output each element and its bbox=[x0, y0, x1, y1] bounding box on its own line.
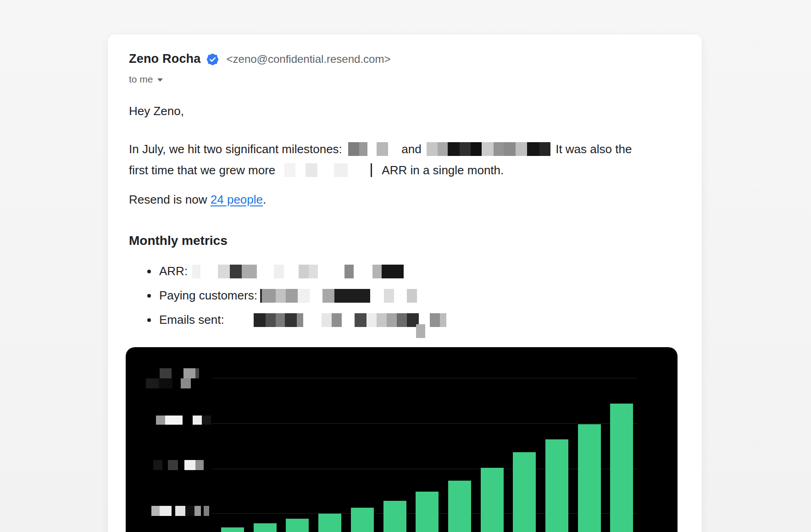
redaction-pixel-block bbox=[407, 289, 417, 303]
redaction-pixel-block bbox=[285, 313, 297, 327]
to-me-dropdown[interactable]: to me bbox=[129, 74, 163, 85]
chart-bar bbox=[383, 501, 406, 532]
paragraph-segment: and bbox=[401, 142, 421, 156]
chart-gridline bbox=[212, 469, 637, 469]
redaction-pixel-block bbox=[266, 313, 276, 327]
redaction-pixel-block bbox=[242, 265, 257, 278]
chart-bar bbox=[578, 424, 601, 532]
redaction-pixel-block bbox=[175, 506, 185, 516]
redaction-pixel-block bbox=[367, 313, 377, 327]
redaction-pixel-block bbox=[397, 313, 407, 327]
redaction-pixel-block bbox=[440, 313, 446, 327]
redaction-pixel-block bbox=[504, 142, 516, 156]
chart-gridline bbox=[212, 378, 637, 378]
redaction-pixel-block bbox=[438, 142, 448, 156]
chart-bar bbox=[545, 439, 568, 532]
redaction-pixel-block bbox=[334, 163, 348, 177]
redaction-pixel-block bbox=[359, 142, 367, 156]
paragraph-segment: first time that we grew more bbox=[129, 163, 275, 177]
redacted-text bbox=[427, 142, 550, 156]
redaction-pixel-block bbox=[274, 265, 284, 278]
redaction-pixel-block bbox=[153, 460, 162, 470]
paragraph-segment: ARR in a single month. bbox=[382, 163, 504, 177]
redaction-pixel-block bbox=[193, 416, 202, 425]
redaction-pixel-block bbox=[334, 289, 370, 303]
redaction-pixel-block bbox=[348, 142, 359, 156]
redaction-pixel-block bbox=[230, 265, 242, 278]
redacted-text bbox=[348, 142, 388, 156]
chart-bar bbox=[513, 452, 536, 532]
chart-bar bbox=[481, 468, 504, 532]
redaction-pixel-block bbox=[160, 506, 172, 516]
metric-item-arr: ARR: bbox=[129, 264, 633, 288]
chart-bar bbox=[221, 527, 244, 532]
redaction-pixel-block bbox=[183, 368, 195, 378]
redaction-pixel-block bbox=[254, 313, 266, 327]
redaction-pixel-block bbox=[371, 163, 372, 177]
email-header: Zeno Rocha <zeno@confidential.resend.com… bbox=[129, 52, 390, 66]
redaction-pixel-block bbox=[218, 265, 230, 278]
redaction-pixel-block bbox=[344, 265, 354, 278]
redaction-pixel-block bbox=[181, 378, 191, 388]
redaction-pixel-block bbox=[284, 163, 295, 177]
metric-label: Emails sent: bbox=[159, 312, 224, 327]
redaction-pixel-block bbox=[194, 506, 201, 516]
redacted-y-axis-label bbox=[156, 416, 211, 425]
redaction-pixel-block bbox=[377, 313, 387, 327]
redaction-pixel-block bbox=[156, 416, 165, 425]
milestones-paragraph: In July, we hit two significant mileston… bbox=[129, 139, 688, 181]
redaction-pixel-block bbox=[416, 324, 425, 338]
redaction-pixel-block bbox=[427, 142, 438, 156]
sender-name: Zeno Rocha bbox=[129, 52, 201, 66]
chart-bar bbox=[286, 519, 309, 532]
chart-bar bbox=[254, 523, 277, 532]
redacted-metric-value bbox=[257, 289, 417, 303]
email-card: Zeno Rocha <zeno@confidential.resend.com… bbox=[108, 34, 702, 532]
metric-item-paying-customers: Paying customers: bbox=[129, 288, 633, 312]
redaction-pixel-block bbox=[527, 142, 539, 156]
redaction-pixel-block bbox=[276, 313, 285, 327]
chart-bar bbox=[351, 508, 374, 532]
redaction-pixel-block bbox=[298, 289, 310, 303]
chart-bar bbox=[416, 492, 439, 532]
desktop-background: { "colors": { "backdrop": "#f4f4f5", "ca… bbox=[0, 0, 811, 532]
redaction-pixel-block bbox=[184, 460, 195, 470]
chart-bar bbox=[448, 481, 471, 532]
redaction-pixel-block bbox=[309, 265, 318, 278]
team-size-line: Resend is now 24 people. bbox=[129, 189, 266, 210]
redaction-pixel-block bbox=[539, 142, 550, 156]
metrics-heading: Monthly metrics bbox=[129, 233, 228, 249]
redaction-pixel-block bbox=[297, 313, 303, 327]
redaction-pixel-block bbox=[276, 289, 286, 303]
redaction-pixel-block bbox=[195, 368, 199, 378]
redaction-pixel-block bbox=[471, 142, 482, 156]
redaction-pixel-block bbox=[482, 142, 494, 156]
redaction-pixel-block bbox=[195, 460, 204, 470]
redaction-pixel-block bbox=[160, 368, 172, 378]
redaction-pixel-block bbox=[382, 265, 404, 278]
metrics-list: ARR: Paying customers: Emails sent: bbox=[129, 264, 633, 337]
team-size-link[interactable]: 24 people bbox=[211, 193, 263, 206]
redacted-metric-value bbox=[188, 265, 404, 278]
chart-bar bbox=[610, 404, 633, 532]
redaction-pixel-block bbox=[387, 313, 397, 327]
redaction-pixel-block bbox=[168, 460, 178, 470]
metrics-chart bbox=[126, 347, 678, 532]
bullet-dot bbox=[147, 270, 151, 273]
redaction-pixel-block bbox=[460, 142, 471, 156]
redaction-pixel-block bbox=[262, 289, 276, 303]
bullet-dot bbox=[147, 318, 151, 322]
metric-label: ARR: bbox=[159, 264, 188, 279]
redaction-pixel-block bbox=[151, 506, 160, 516]
redaction-pixel-block bbox=[494, 142, 504, 156]
redaction-pixel-block bbox=[146, 378, 159, 388]
redaction-pixel-block bbox=[202, 416, 211, 425]
redaction-pixel-block bbox=[384, 289, 394, 303]
redacted-y-axis-label bbox=[153, 460, 204, 470]
paragraph-segment: It was also the bbox=[555, 142, 632, 156]
redaction-pixel-block bbox=[377, 142, 388, 156]
redaction-pixel-block bbox=[185, 506, 194, 516]
redacted-metric-value bbox=[224, 313, 425, 327]
redaction-pixel-block bbox=[192, 265, 200, 278]
sender-address: <zeno@confidential.resend.com> bbox=[227, 53, 391, 66]
